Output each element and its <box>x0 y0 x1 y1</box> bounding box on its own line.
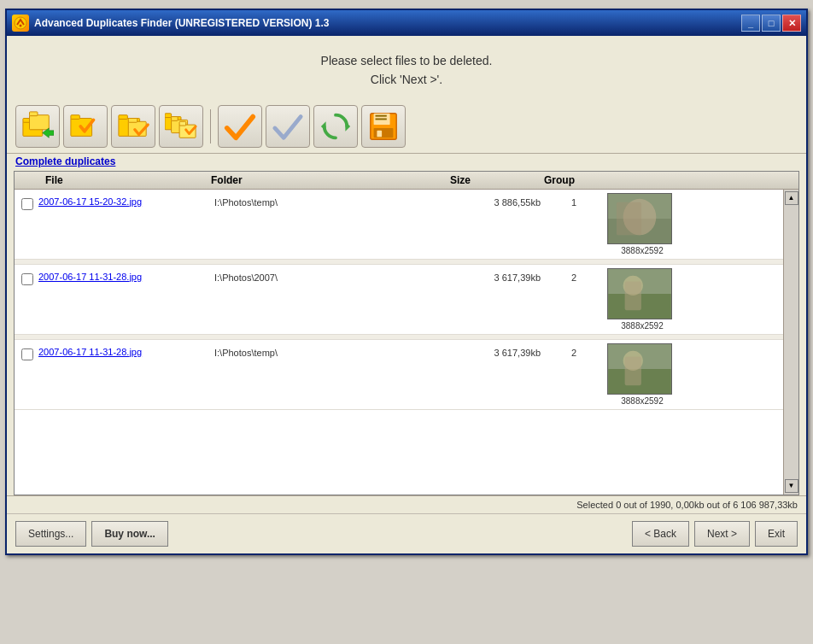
window-content: Please select files to be deleted. Click… <box>7 36 806 553</box>
table-header: File Folder Size Group <box>15 172 798 190</box>
window-title: Advanced Duplicates Finder (UNREGISTERED… <box>34 17 329 29</box>
svg-rect-24 <box>376 118 387 120</box>
group-num-1: 1 <box>571 197 576 208</box>
svg-rect-23 <box>376 114 387 116</box>
scrollbar[interactable]: ▲ ▼ <box>783 190 798 495</box>
filename-2[interactable]: 2007-06-17 11-31-28.jpg <box>38 272 142 282</box>
table-row: 2007-06-17 15-20-32.jpg I:\Photos\temp\ … <box>15 190 783 260</box>
title-bar: Advanced Duplicates Finder (UNREGISTERED… <box>7 10 806 36</box>
preview-dims-3: 3888x2592 <box>607 396 677 406</box>
preview-dims-1: 3888x2592 <box>607 246 677 255</box>
col-header-size: Size <box>450 174 544 186</box>
header-section: Please select files to be deleted. Click… <box>7 36 806 100</box>
svg-rect-38 <box>625 356 641 385</box>
exit-button[interactable]: Exit <box>755 521 798 547</box>
cell-size-3: 3 617,39kb <box>450 340 544 366</box>
cell-preview-2: 3888x2592 <box>604 265 681 334</box>
scroll-down-arrow[interactable]: ▼ <box>785 479 798 493</box>
uncheck-selected-button[interactable] <box>266 105 310 148</box>
select-all-button[interactable] <box>63 105 108 148</box>
svg-rect-25 <box>374 128 394 138</box>
open-find-button[interactable] <box>15 105 60 148</box>
select-folder-icon <box>165 110 197 143</box>
title-bar-buttons: _ □ ✕ <box>741 15 801 32</box>
header-line2: Click 'Next >'. <box>24 70 789 89</box>
cell-file-3: 2007-06-17 11-31-28.jpg <box>15 340 211 367</box>
cell-size-1: 3 886,55kb <box>450 190 544 215</box>
row-checkbox-2[interactable] <box>21 273 33 285</box>
open-find-icon <box>21 110 54 143</box>
svg-rect-4 <box>30 114 50 129</box>
col-header-preview <box>604 174 681 186</box>
cell-folder-1: I:\Photos\temp\ <box>211 190 450 215</box>
svg-rect-18 <box>179 121 186 126</box>
group-num-3: 2 <box>571 348 576 358</box>
toolbar-separator-1 <box>210 109 211 143</box>
status-bar: Selected 0 out of 1990, 0,00kb out of 6 … <box>7 495 806 513</box>
tab-label: Complete duplicates <box>7 154 806 171</box>
col-header-group: Group <box>544 174 604 186</box>
svg-rect-5 <box>30 112 38 116</box>
status-text: Selected 0 out of 1990, 0,00kb out of 6 … <box>576 500 798 510</box>
buynow-button[interactable]: Buy now... <box>91 521 168 547</box>
filename-3[interactable]: 2007-06-17 11-31-28.jpg <box>38 347 142 357</box>
table-row: 2007-06-17 11-31-28.jpg I:\Photos\temp\ … <box>15 340 783 410</box>
bottom-bar: Settings... Buy now... < Back Next > Exi… <box>7 513 806 553</box>
settings-button[interactable]: Settings... <box>15 521 86 547</box>
minimize-button[interactable]: _ <box>741 15 760 32</box>
header-text: Please select files to be deleted. Click… <box>24 51 789 90</box>
select-folder-button[interactable] <box>159 105 203 148</box>
cell-group-1: 1 <box>544 190 604 215</box>
svg-rect-12 <box>128 118 137 122</box>
table-body: 2007-06-17 15-20-32.jpg I:\Photos\temp\ … <box>15 190 783 495</box>
select-group-button[interactable] <box>111 105 155 148</box>
table-row: 2007-06-17 11-31-28.jpg I:\Photos\2007\ … <box>15 265 783 335</box>
bottom-left-buttons: Settings... Buy now... <box>15 521 168 547</box>
cell-folder-2: I:\Photos\2007\ <box>211 265 450 290</box>
cell-preview-1: 3888x2592 <box>604 190 681 259</box>
refresh-icon <box>319 110 352 143</box>
filename-1[interactable]: 2007-06-17 15-20-32.jpg <box>38 196 142 207</box>
scroll-up-arrow[interactable]: ▲ <box>785 191 798 205</box>
svg-point-1 <box>20 25 22 27</box>
col-header-folder: Folder <box>211 174 450 186</box>
app-icon <box>12 15 29 32</box>
folder-path-2: I:\Photos\2007\ <box>214 272 278 283</box>
svg-rect-26 <box>377 131 382 138</box>
close-button[interactable]: ✕ <box>782 15 801 32</box>
cell-folder-3: I:\Photos\temp\ <box>211 340 450 366</box>
back-button[interactable]: < Back <box>632 521 689 547</box>
cell-group-2: 2 <box>544 265 604 290</box>
cell-group-3: 2 <box>544 340 604 366</box>
select-group-icon <box>117 110 149 143</box>
row-checkbox-3[interactable] <box>21 348 33 360</box>
preview-thumb-2 <box>607 268 672 319</box>
toolbar <box>7 100 806 154</box>
svg-rect-8 <box>71 114 79 119</box>
next-button[interactable]: Next > <box>694 521 750 547</box>
file-size-3: 3 617,39kb <box>494 348 541 358</box>
cell-preview-3: 3888x2592 <box>604 340 681 409</box>
col-header-file: File <box>15 174 211 186</box>
folder-path-3: I:\Photos\temp\ <box>214 348 278 358</box>
title-bar-left: Advanced Duplicates Finder (UNREGISTERED… <box>12 15 329 32</box>
header-line1: Please select files to be deleted. <box>24 51 789 70</box>
svg-rect-10 <box>119 114 127 119</box>
save-report-button[interactable] <box>361 105 406 148</box>
select-all-icon <box>69 110 102 143</box>
svg-rect-34 <box>625 281 641 310</box>
uncheck-selected-icon <box>272 110 304 143</box>
check-selected-icon <box>224 110 256 143</box>
cell-file-2: 2007-06-17 11-31-28.jpg <box>15 265 211 292</box>
refresh-button[interactable] <box>313 105 358 148</box>
preview-dims-2: 3888x2592 <box>607 321 677 331</box>
svg-rect-16 <box>172 116 178 120</box>
save-report-icon <box>367 110 400 143</box>
maximize-button[interactable]: □ <box>762 15 781 32</box>
file-size-2: 3 617,39kb <box>494 272 541 283</box>
folder-path-1: I:\Photos\temp\ <box>214 197 278 208</box>
row-checkbox-1[interactable] <box>21 198 33 210</box>
main-window: Advanced Duplicates Finder (UNREGISTERED… <box>5 9 808 555</box>
check-selected-button[interactable] <box>218 105 262 148</box>
cell-file-1: 2007-06-17 15-20-32.jpg <box>15 190 211 217</box>
